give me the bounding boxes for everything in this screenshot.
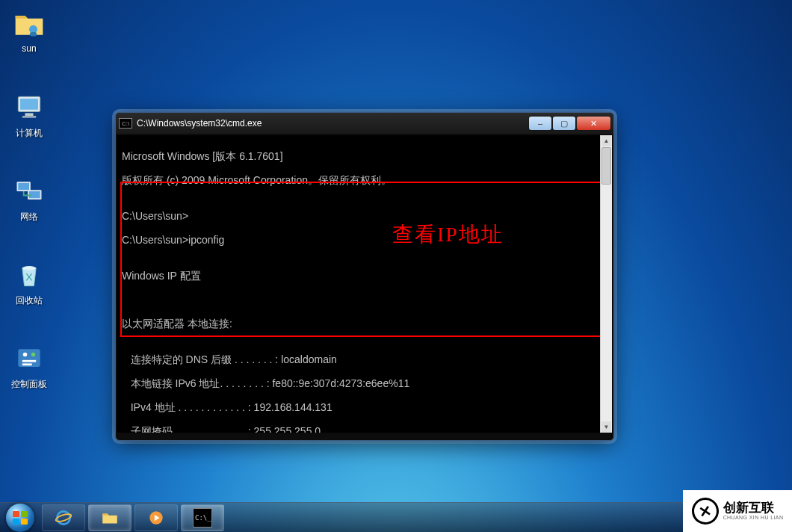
- desktop-icon-sun[interactable]: sun: [1, 6, 57, 54]
- svg-rect-3: [20, 99, 38, 110]
- annotation-box: [120, 182, 612, 337]
- svg-point-12: [23, 353, 28, 357]
- desktop-icon-label: 控制面板: [1, 378, 57, 391]
- scroll-thumb[interactable]: [601, 147, 611, 185]
- svg-rect-9: [29, 191, 40, 198]
- svg-rect-14: [22, 360, 36, 362]
- cmd-icon: C:\_: [193, 508, 212, 528]
- network-icon: [11, 173, 47, 209]
- svg-rect-7: [18, 183, 29, 190]
- task-explorer[interactable]: [88, 504, 132, 531]
- console-scrollbar[interactable]: ▲ ▼: [600, 135, 612, 433]
- controlpanel-icon: [11, 341, 47, 377]
- task-ie[interactable]: [42, 504, 85, 531]
- scroll-up-icon[interactable]: ▲: [601, 135, 611, 146]
- console-line: C:\Users\sun>ipconfig: [122, 234, 607, 246]
- console-line: 以太网适配器 本地连接:: [122, 318, 607, 330]
- watermark-logo-icon: ✕: [689, 495, 721, 528]
- svg-point-16: [57, 511, 69, 524]
- svg-rect-15: [22, 363, 32, 365]
- console-line: C:\Users\sun>: [122, 210, 607, 222]
- svg-rect-5: [22, 116, 36, 118]
- console-line: 版权所有 (c) 2009 Microsoft Corporation。保留所有…: [122, 174, 607, 186]
- scroll-down-icon[interactable]: ▼: [601, 421, 611, 433]
- folder-icon: [100, 508, 120, 528]
- desktop-icon-label: 回收站: [1, 294, 57, 307]
- task-cmd[interactable]: C:\_: [181, 504, 224, 531]
- watermark-cn: 创新互联: [723, 501, 784, 515]
- svg-rect-4: [25, 113, 34, 116]
- task-mediaplayer[interactable]: [134, 504, 178, 531]
- console-line: IPv4 地址 . . . . . . . . . . . . : 192.16…: [122, 401, 607, 413]
- close-button[interactable]: ✕: [577, 117, 610, 130]
- console-line: Windows IP 配置: [122, 270, 607, 282]
- watermark: ✕ 创新互联 CHUANG XIN HU LIAN: [683, 490, 792, 532]
- desktop-icon-label: 网络: [1, 211, 57, 223]
- console-line: 本地链接 IPv6 地址. . . . . . . . : fe80::9e:3…: [122, 377, 607, 389]
- folder-user-icon: [11, 6, 47, 42]
- taskbar[interactable]: C:\_ CH ⌨ ? ⇵ ▲ ⚑ ◧: [0, 502, 792, 532]
- titlebar[interactable]: C:\ C:\Windows\system32\cmd.exe – ▢ ✕: [116, 113, 613, 134]
- recyclebin-icon: [11, 257, 47, 293]
- desktop-icon-network[interactable]: 网络: [1, 173, 57, 223]
- cmd-window[interactable]: C:\ C:\Windows\system32\cmd.exe – ▢ ✕ Mi…: [115, 112, 614, 441]
- annotation-text: 查看IP地址: [392, 220, 504, 249]
- desktop-icon-label: 计算机: [1, 127, 57, 140]
- console-line: 连接特定的 DNS 后缀 . . . . . . . : localdomain: [122, 353, 607, 365]
- start-button[interactable]: [0, 503, 40, 533]
- minimize-button[interactable]: –: [529, 117, 551, 130]
- svg-rect-1: [30, 32, 37, 37]
- console-line: 子网掩码 . . . . . . . . . . . . : 255.255.2…: [122, 425, 607, 433]
- desktop-icon-controlpanel[interactable]: 控制面板: [1, 341, 57, 391]
- computer-icon: [11, 90, 47, 126]
- desktop-icon-label: sun: [1, 43, 57, 54]
- desktop-icon-recyclebin[interactable]: 回收站: [1, 257, 57, 307]
- cmd-icon: C:\: [119, 118, 132, 129]
- console-line: Microsoft Windows [版本 6.1.7601]: [122, 150, 607, 162]
- windows-logo-icon: [6, 504, 34, 532]
- svg-point-10: [22, 266, 36, 270]
- watermark-py: CHUANG XIN HU LIAN: [723, 515, 784, 520]
- maximize-button[interactable]: ▢: [553, 117, 575, 130]
- window-title: C:\Windows\system32\cmd.exe: [137, 118, 529, 129]
- svg-point-13: [31, 353, 36, 357]
- console-area[interactable]: Microsoft Windows [版本 6.1.7601] 版权所有 (c)…: [117, 135, 612, 433]
- desktop-icon-computer[interactable]: 计算机: [1, 90, 57, 140]
- mediaplayer-icon: [146, 508, 166, 528]
- ie-icon: [54, 508, 73, 528]
